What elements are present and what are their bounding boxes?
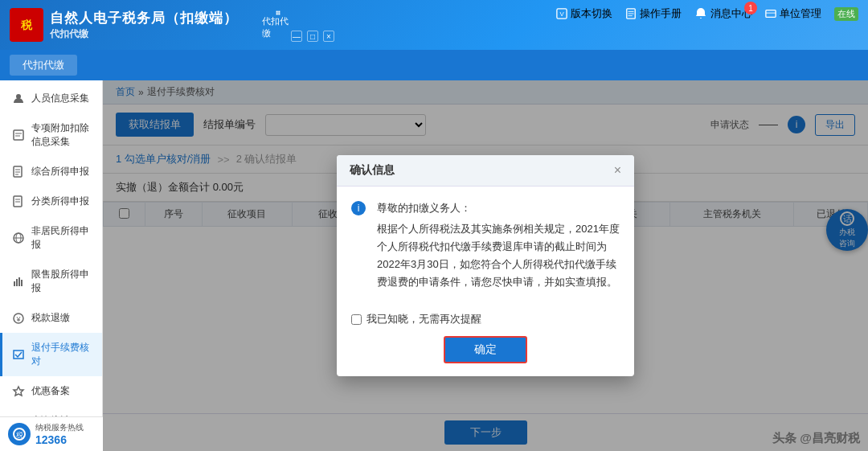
modal-close-btn[interactable]: × [614, 164, 621, 177]
svg-rect-15 [14, 130, 23, 140]
modal-header: 确认信息 × [337, 155, 634, 187]
second-bar-active-item[interactable]: 代扣代缴 [10, 55, 77, 76]
modal-text: 尊敬的扣缴义务人： 根据个人所得税法及其实施条例相关规定，2021年度个人所得税… [377, 199, 620, 291]
second-bar-label: 代扣代缴 [23, 59, 64, 71]
svg-text:税: 税 [20, 18, 33, 31]
modal-checkbox-row: 我已知晓，无需再次提醒 [337, 304, 634, 326]
sidebar-item-personnel[interactable]: 人员信息采集 [0, 84, 102, 113]
restore-btn[interactable]: □ [307, 31, 318, 42]
modal-confirm-btn[interactable]: 确定 [444, 336, 527, 363]
svg-rect-3 [278, 11, 280, 13]
service-label: 纳税服务热线 [35, 422, 84, 433]
sidebar-item-label-category: 分类所得申报 [31, 195, 89, 208]
operation-manual-btn[interactable]: 操作手册 [625, 6, 682, 21]
sidebar-item-comprehensive[interactable]: 综合所得申报 [0, 157, 102, 187]
sidebar-item-label-resident: 非居民所得申报 [31, 224, 92, 252]
modal: 确认信息 × i 尊敬的扣缴义务人： 根据个人所得税法及其实施条例相关规定，20… [337, 155, 634, 376]
sidebar-item-label-limited: 限售股所得申报 [31, 268, 92, 295]
sidebar-item-label-favorites: 优惠备案 [31, 384, 70, 398]
svg-rect-30 [18, 277, 20, 286]
modal-title: 确认信息 [350, 163, 395, 178]
nav-icon-label: 代扣代缴 [262, 15, 294, 39]
window-controls: — □ × [291, 31, 334, 42]
topbar-right: V 版本切换 操作手册 1 消息中心 单位管理 在线 [556, 6, 858, 21]
sidebar-item-resident[interactable]: 非居民所得申报 [0, 216, 102, 260]
modal-footer: 确定 [337, 326, 634, 376]
app-subtitle: 代扣代缴 [50, 27, 238, 41]
sidebar-item-label-fee: 退付手续费核对 [31, 341, 92, 368]
modal-greeting: 尊敬的扣缴义务人： [377, 199, 620, 217]
app-logo: 税 自然人电子税务局（扣缴端） 代扣代缴 [10, 8, 238, 42]
service-logo-icon: 税 [8, 423, 31, 445]
version-switch-btn[interactable]: V 版本切换 [556, 6, 612, 21]
sidebar-item-label-special: 专项附加扣除信息采集 [31, 121, 92, 149]
message-center-btn[interactable]: 1 消息中心 [694, 6, 752, 21]
svg-rect-31 [21, 280, 23, 286]
minimize-btn[interactable]: — [291, 31, 302, 42]
second-bar: 代扣代缴 [0, 50, 868, 80]
app-title: 自然人电子税务局（扣缴端） [50, 9, 238, 27]
svg-text:税: 税 [16, 431, 23, 439]
version-switch-label: 版本切换 [571, 6, 612, 21]
unit-management-label: 单位管理 [780, 6, 821, 21]
svg-rect-29 [16, 279, 18, 286]
top-bar: 税 自然人电子税务局（扣缴端） 代扣代缴 代扣代缴 V 版本切换 操作手册 1 … [0, 0, 868, 50]
modal-content: 根据个人所得税法及其实施条例相关规定，2021年度个人所得税代扣代缴手续费退库申… [377, 220, 620, 291]
main-layout: 人员信息采集 专项附加扣除信息采集 综合所得申报 分类所得申报 非居民所得申报 … [0, 80, 868, 451]
svg-text:¥: ¥ [15, 315, 21, 323]
sidebar: 人员信息采集 专项附加扣除信息采集 综合所得申报 分类所得申报 非居民所得申报 … [0, 80, 103, 451]
modal-info-icon: i [351, 201, 366, 215]
operation-manual-label: 操作手册 [640, 6, 682, 21]
modal-body: i 尊敬的扣缴义务人： 根据个人所得税法及其实施条例相关规定，2021年度个人所… [337, 187, 634, 304]
logo-icon: 税 [10, 8, 43, 42]
sidebar-item-label-refund: 税款退缴 [31, 311, 70, 325]
online-badge: 在线 [834, 7, 858, 21]
svg-marker-34 [14, 387, 23, 396]
app-title-group: 自然人电子税务局（扣缴端） 代扣代缴 [50, 9, 238, 41]
no-remind-label: 我已知晓，无需再次提醒 [366, 312, 481, 326]
sidebar-item-favorites[interactable]: 优惠备案 [0, 376, 102, 406]
unit-management-btn[interactable]: 单位管理 [765, 6, 821, 21]
service-number: 12366 [35, 433, 84, 446]
close-btn[interactable]: × [323, 31, 334, 42]
svg-rect-12 [766, 10, 776, 18]
sidebar-item-label-comprehensive: 综合所得申报 [31, 165, 89, 178]
sidebar-item-category[interactable]: 分类所得申报 [0, 187, 102, 216]
message-badge: 1 [744, 2, 757, 14]
svg-text:V: V [559, 10, 564, 18]
svg-rect-2 [276, 11, 278, 13]
svg-rect-28 [14, 281, 15, 286]
bottom-logo: 税 纳税服务热线 12366 [0, 416, 103, 451]
content-area: 首页 » 退付手续费核对 获取结报单 结报单编号 申请状态 —— i 导出 1 … [103, 80, 868, 451]
sidebar-item-limited[interactable]: 限售股所得申报 [0, 260, 102, 303]
sidebar-item-label-personnel: 人员信息采集 [31, 92, 89, 105]
nav-icon[interactable]: 代扣代缴 [262, 10, 294, 39]
no-remind-checkbox[interactable] [351, 314, 362, 325]
sidebar-item-special[interactable]: 专项附加扣除信息采集 [0, 113, 102, 157]
nav-icon-group[interactable]: 代扣代缴 [262, 10, 294, 39]
sidebar-item-fee[interactable]: 退付手续费核对 [0, 333, 102, 376]
modal-overlay: 确认信息 × i 尊敬的扣缴义务人： 根据个人所得税法及其实施条例相关规定，20… [103, 80, 868, 451]
sidebar-item-refund[interactable]: ¥ 税款退缴 [0, 303, 102, 333]
